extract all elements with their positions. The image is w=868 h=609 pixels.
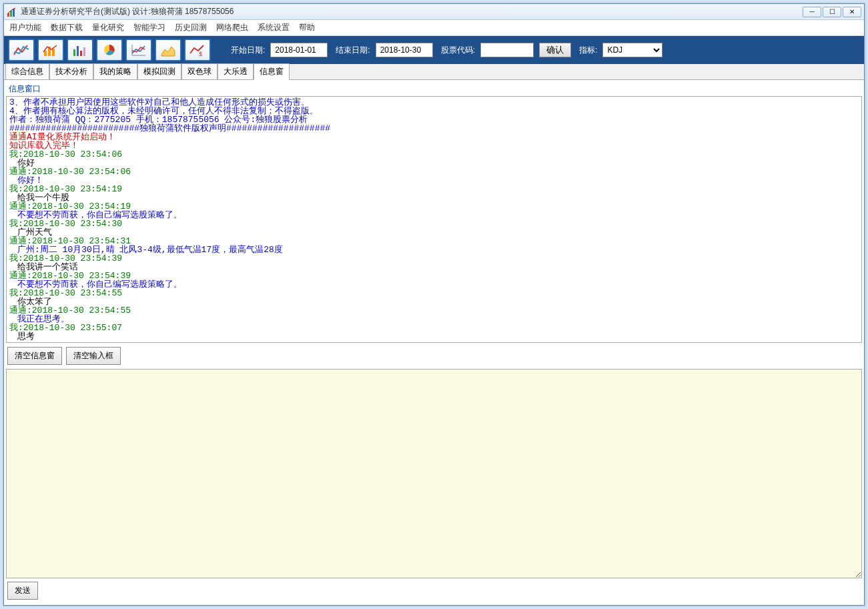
chart-pie-icon[interactable]: [96, 39, 123, 61]
menu-item[interactable]: 数据下载: [51, 22, 83, 33]
svg-rect-3: [44, 51, 47, 56]
console-line: 广州:周二 10月30日,晴 北风3-4级,最低气温17度，最高气温28度: [17, 245, 859, 254]
svg-text:$: $: [199, 51, 202, 57]
app-icon: [7, 7, 17, 17]
console-line: 思考: [17, 332, 859, 341]
console-line: 我:2018-10-30 23:54:55: [9, 289, 859, 297]
send-button[interactable]: 发送: [7, 582, 38, 600]
chart-money-icon[interactable]: $: [184, 39, 211, 61]
console-line: #########################独狼荷蒲软件版权声明#####…: [9, 124, 859, 133]
app-window: 通通证券分析研究平台(测试版) 设计:独狼荷蒲 18578755056 ─ ☐ …: [3, 3, 865, 606]
tab-2[interactable]: 我的策略: [93, 63, 137, 79]
svg-rect-1: [10, 11, 12, 17]
panel-title: 信息窗口: [6, 82, 862, 96]
menu-item[interactable]: 智能学习: [133, 22, 165, 33]
console-line: 我:2018-10-30 23:55:07: [9, 324, 859, 332]
console-line: 我:2018-10-30 23:54:19: [9, 185, 859, 193]
confirm-button[interactable]: 确认: [539, 43, 571, 57]
tab-5[interactable]: 大乐透: [218, 63, 254, 79]
clear-button-row: 清空信息窗 清空输入框: [6, 343, 862, 369]
console-line: 你太笨了: [17, 297, 859, 306]
tab-6[interactable]: 信息窗: [254, 63, 290, 80]
svg-rect-9: [83, 47, 85, 56]
console-line: 你好！: [17, 176, 859, 185]
console-line: 我:2018-10-30 23:54:30: [9, 219, 859, 228]
menubar: 用户功能数据下载量化研究智能学习历史回测网络爬虫系统设置帮助: [4, 20, 864, 36]
console-line: 不要想不劳而获，你自己编写选股策略了。: [17, 280, 859, 289]
menu-item[interactable]: 历史回测: [175, 22, 207, 33]
console-line: 通通:2018-10-30 23:54:55: [9, 306, 859, 315]
svg-rect-5: [52, 49, 55, 56]
console-line: 不要想不劳而获，你自己编写选股策略了。: [17, 211, 859, 219]
console-line: 我:2018-10-30 23:54:39: [9, 254, 859, 263]
console-line: 你好: [17, 159, 859, 167]
maximize-button[interactable]: ☐: [823, 7, 841, 17]
chart-bar-icon[interactable]: [37, 39, 64, 61]
console-output[interactable]: 3、作者不承担用户因使用这些软件对自己和他人造成任何形式的损失或伤害。4、作者拥…: [6, 96, 862, 343]
window-title: 通通证券分析研究平台(测试版) 设计:独狼荷蒲 18578755056: [21, 6, 803, 17]
console-line: 给我讲一个笑话: [17, 263, 859, 271]
tab-4[interactable]: 双色球: [181, 63, 218, 79]
indicator-select[interactable]: KDJ: [602, 43, 663, 57]
menu-item[interactable]: 用户功能: [9, 22, 41, 33]
end-date-input[interactable]: [376, 43, 433, 57]
tab-1[interactable]: 技术分析: [49, 63, 93, 79]
chart-scatter-icon[interactable]: [125, 39, 152, 61]
start-date-label: 开始日期:: [231, 45, 265, 56]
message-panel: 信息窗口 3、作者不承担用户因使用这些软件对自己和他人造成任何形式的损失或伤害。…: [4, 80, 864, 605]
menu-item[interactable]: 网络爬虫: [216, 22, 248, 33]
menu-item[interactable]: 量化研究: [92, 22, 124, 33]
console-line: 广州天气: [17, 228, 859, 237]
end-date-label: 结束日期:: [336, 45, 370, 56]
chart-line-icon[interactable]: [8, 39, 35, 61]
chart-area-icon[interactable]: [155, 39, 181, 61]
console-line: 通通:2018-10-30 23:54:06: [9, 167, 859, 176]
tab-3[interactable]: 模拟回测: [137, 63, 181, 79]
menu-item[interactable]: 系统设置: [258, 22, 290, 33]
clear-window-button[interactable]: 清空信息窗: [7, 347, 62, 365]
minimize-button[interactable]: ─: [803, 7, 821, 17]
window-controls: ─ ☐ ✕: [803, 7, 861, 17]
tab-0[interactable]: 综合信息: [5, 63, 49, 79]
svg-rect-8: [80, 51, 82, 56]
start-date-input[interactable]: [270, 43, 328, 57]
chat-input[interactable]: [6, 369, 862, 578]
stock-code-input[interactable]: [480, 43, 534, 57]
console-line: 知识库载入完毕！: [9, 141, 859, 150]
toolbar: $ 开始日期: 结束日期: 股票代码: 确认 指标: KDJ: [4, 36, 864, 64]
tab-strip: 综合信息技术分析我的策略模拟回测双色球大乐透信息窗: [4, 64, 864, 80]
stock-code-label: 股票代码:: [441, 45, 475, 56]
clear-input-button[interactable]: 清空输入框: [66, 347, 121, 365]
console-line: 我正在思考。: [17, 315, 859, 324]
indicator-label: 指标:: [579, 45, 597, 56]
chart-columns-icon[interactable]: [67, 39, 93, 61]
svg-rect-6: [73, 49, 75, 56]
send-row: 发送: [6, 578, 862, 603]
console-line: 通通AI量化系统开始启动！: [9, 133, 859, 141]
titlebar: 通通证券分析研究平台(测试版) 设计:独狼荷蒲 18578755056 ─ ☐ …: [4, 4, 864, 20]
svg-rect-2: [13, 9, 15, 17]
console-line: 我:2018-10-30 23:54:06: [9, 150, 859, 159]
svg-rect-7: [77, 46, 79, 56]
console-line: 给我一个牛股: [17, 193, 859, 202]
close-button[interactable]: ✕: [843, 7, 861, 17]
menu-item[interactable]: 帮助: [299, 22, 315, 33]
